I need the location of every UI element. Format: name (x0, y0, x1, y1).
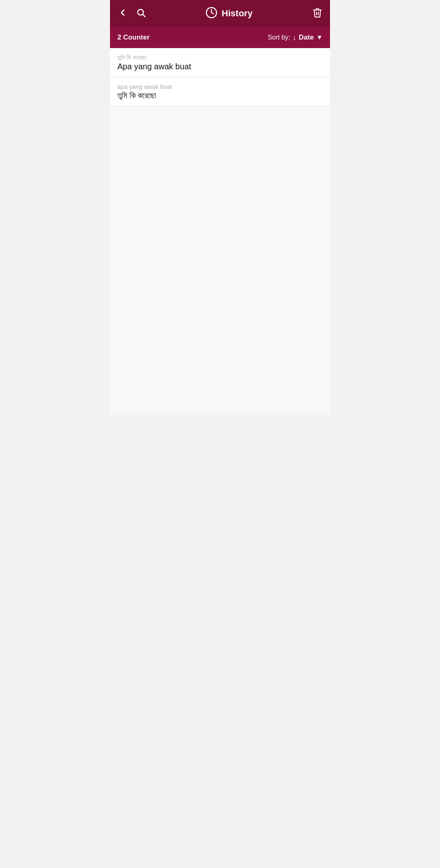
header-right-controls (312, 7, 323, 20)
chevron-down-icon: ▼ (316, 34, 323, 41)
svg-line-1 (143, 15, 145, 17)
history-list: তুমি কি করেছো Apa yang awak buat apa yan… (110, 48, 330, 415)
translation-text-1: Apa yang awak buat (117, 62, 323, 71)
sort-controls[interactable]: Sort by: ↓ Date ▼ (268, 33, 323, 42)
source-text-1: তুমি কি করেছো (117, 54, 323, 61)
trash-button[interactable] (312, 7, 323, 20)
sort-value: Date (299, 33, 314, 42)
list-item[interactable]: তুমি কি করেছো Apa yang awak buat (110, 48, 330, 77)
sort-by-label: Sort by: (268, 34, 290, 41)
header-center: History (146, 7, 312, 20)
search-icon[interactable] (136, 8, 146, 19)
page-title: History (222, 8, 253, 19)
clock-icon (205, 7, 218, 20)
header: History (110, 0, 330, 27)
sort-bar: 2 Counter Sort by: ↓ Date ▼ (110, 27, 330, 48)
source-text-2: apa yang awak buat (117, 83, 323, 90)
list-item[interactable]: apa yang awak buat তুমি কি করেছো (110, 77, 330, 106)
sort-direction-icon: ↓ (293, 33, 296, 42)
translation-text-2: তুমি কি করেছো (117, 91, 323, 100)
header-left-controls (117, 7, 146, 20)
counter-label: 2 Counter (117, 33, 150, 42)
back-button[interactable] (117, 7, 128, 20)
